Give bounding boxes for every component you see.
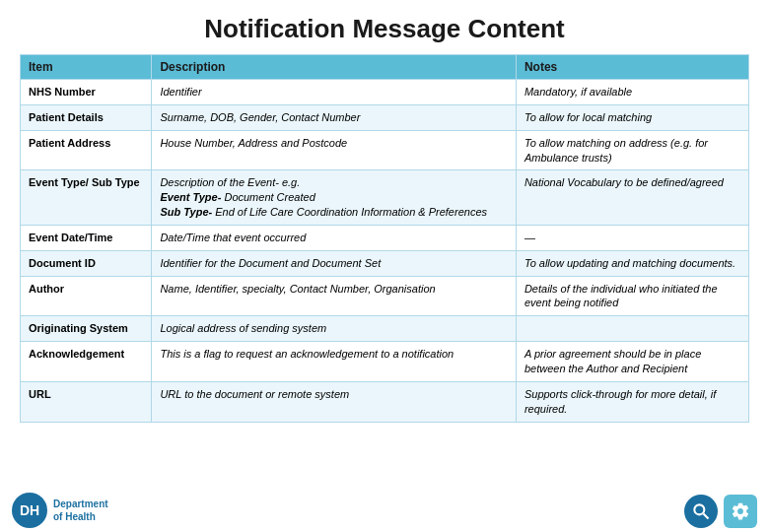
search-icon	[691, 501, 711, 521]
table-header-row: Item Description Notes	[21, 55, 749, 80]
cell-item: URL	[21, 381, 152, 422]
cell-description: URL to the document or remote system	[152, 381, 517, 422]
table-row: Patient DetailsSurname, DOB, Gender, Con…	[21, 104, 749, 130]
cell-notes: Details of the individual who initiated …	[516, 276, 748, 316]
cell-item: Patient Details	[21, 104, 152, 130]
cell-item: Document ID	[21, 250, 152, 276]
cell-item: Event Type/ Sub Type	[21, 170, 152, 226]
cell-description: Identifier for the Document and Document…	[152, 250, 517, 276]
table-row: NHS NumberIdentifierMandatory, if availa…	[21, 80, 749, 105]
cell-notes: —	[516, 225, 748, 250]
cell-notes	[516, 316, 748, 342]
footer: DH Department of Health	[0, 481, 769, 532]
footer-icons	[684, 495, 757, 528]
notification-table: Item Description Notes NHS NumberIdentif…	[20, 54, 749, 423]
cell-description: Identifier	[152, 80, 517, 105]
cell-item: Patient Address	[21, 130, 152, 170]
table-body: NHS NumberIdentifierMandatory, if availa…	[21, 80, 749, 423]
table-row: Event Date/TimeDate/Time that event occu…	[21, 225, 749, 250]
cell-description: Logical address of sending system	[152, 316, 517, 342]
page-title: Notification Message Content	[0, 0, 769, 54]
cell-description: House Number, Address and Postcode	[152, 130, 517, 170]
dh-initials: DH	[20, 502, 39, 518]
header-item: Item	[21, 55, 152, 80]
footer-gear-icon[interactable]	[724, 495, 757, 528]
notification-table-wrapper: Item Description Notes NHS NumberIdentif…	[20, 54, 749, 423]
cell-description: This is a flag to request an acknowledge…	[152, 342, 517, 382]
cell-description: Surname, DOB, Gender, Contact Number	[152, 104, 517, 130]
header-notes: Notes	[516, 55, 748, 80]
dh-line2: of Health	[53, 510, 108, 523]
header-description: Description	[152, 55, 517, 80]
cell-notes: Supports click-through for more detail, …	[516, 381, 748, 422]
table-row: Patient AddressHouse Number, Address and…	[21, 130, 749, 170]
svg-point-0	[694, 504, 704, 514]
table-row: URLURL to the document or remote systemS…	[21, 381, 749, 422]
table-row: AuthorName, Identifier, specialty, Conta…	[21, 276, 749, 316]
dh-circle: DH	[12, 493, 47, 528]
cell-item: Author	[21, 276, 152, 316]
table-row: Originating SystemLogical address of sen…	[21, 316, 749, 342]
cell-description: Date/Time that event occurred	[152, 225, 517, 250]
table-row: Event Type/ Sub TypeDescription of the E…	[21, 170, 749, 226]
table-row: Document IDIdentifier for the Document a…	[21, 250, 749, 276]
cell-description: Description of the Event- e.g.Event Type…	[152, 170, 517, 226]
svg-line-1	[704, 514, 709, 519]
dh-line1: Department	[53, 498, 108, 510]
footer-search-icon[interactable]	[684, 495, 718, 528]
cell-description: Name, Identifier, specialty, Contact Num…	[152, 276, 517, 316]
cell-notes: To allow updating and matching documents…	[516, 250, 748, 276]
cell-notes: National Vocabulary to be defined/agreed	[516, 170, 748, 226]
cell-item: Event Date/Time	[21, 225, 152, 250]
cell-item: Originating System	[21, 316, 152, 342]
cell-item: NHS Number	[21, 80, 152, 105]
cell-notes: A prior agreement should be in place bet…	[516, 342, 748, 382]
cell-notes: Mandatory, if available	[516, 80, 748, 105]
dh-logo: DH Department of Health	[12, 493, 108, 528]
table-row: AcknowledgementThis is a flag to request…	[21, 342, 749, 382]
cell-notes: To allow matching on address (e.g. for A…	[516, 130, 748, 170]
cell-notes: To allow for local matching	[516, 104, 748, 130]
gear-icon	[731, 501, 750, 521]
cell-item: Acknowledgement	[21, 342, 152, 382]
dh-text: Department of Health	[53, 498, 108, 523]
